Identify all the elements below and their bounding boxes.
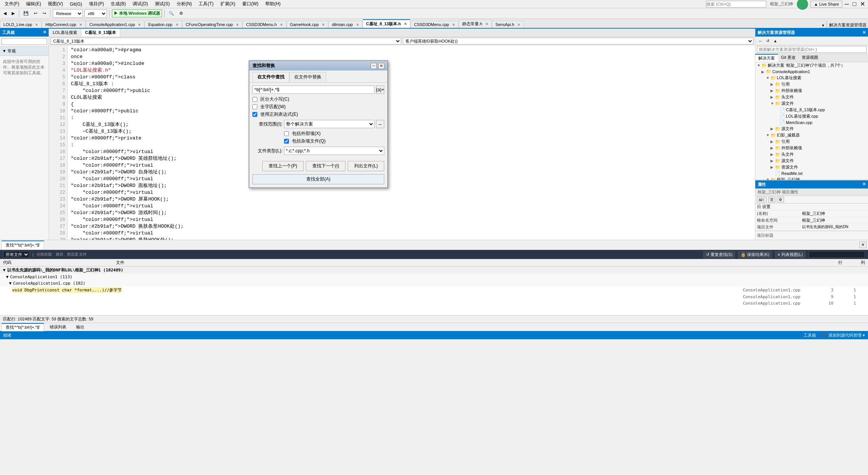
tab-static-const[interactable]: 静态常量.h ✕ [459, 20, 492, 28]
dialog-tab-replace[interactable]: 在文件中替换 [289, 72, 326, 82]
tab-close-sensapi[interactable]: ✕ [517, 23, 520, 27]
bottom-list-view-button[interactable]: ≡ 列表视图(L) [775, 251, 805, 258]
toolbar-forward[interactable]: ▶ [10, 10, 17, 17]
list-files-button[interactable]: 列出文件(L) [348, 161, 384, 171]
tree-item-4[interactable]: ▶📁外部依赖项 [755, 87, 868, 94]
tab-lold-line[interactable]: LOLD_Line.cpp ✕ [0, 21, 41, 28]
find-options-button[interactable]: (a)+ [376, 86, 384, 94]
result-item-3[interactable]: ConsoleApplication1.cpp 10 1 [0, 300, 868, 306]
search-box[interactable] [706, 1, 766, 8]
tab-close-cssd3dmenu-cpp[interactable]: ✕ [452, 23, 455, 27]
dialog-minimize-button[interactable]: ─ [371, 63, 377, 69]
scope-options-button[interactable]: – [376, 120, 384, 128]
bottom-save-results-button[interactable]: 🔒 保留结果(K) [738, 251, 772, 258]
tree-item-1[interactable]: ▶📁ConsoleApplication1 [755, 69, 868, 75]
menu-item-window[interactable]: 窗口(W) [239, 0, 261, 8]
tab-gamehook[interactable]: GameHook.cpp ✕ [287, 21, 328, 28]
tree-item-0[interactable]: ▼📁解决方案 '框架_三幻神'(7个项目，共7个） [755, 62, 868, 69]
se-tab-git[interactable]: Git 更改 [778, 54, 799, 62]
tree-item-18[interactable]: ▼📁框架_三幻神 [755, 176, 868, 180]
class-dropdown[interactable]: C基址_8_13版本 [50, 38, 401, 44]
tree-item-13[interactable]: ▶📁外部依赖项 [755, 145, 868, 151]
se-sync-button[interactable]: ↔ [757, 37, 764, 44]
menu-item-help[interactable]: 帮助(H) [262, 0, 284, 8]
solution-explorer-button[interactable]: 解决方案资源管理器 [828, 22, 868, 28]
code-tab-lol-search[interactable]: LOL基址搜索 [49, 29, 81, 37]
bottom-close-button[interactable]: ✕ [859, 242, 866, 248]
scope-dropdown[interactable]: 整个解决方案 [284, 120, 374, 128]
menu-item-view[interactable]: 视图(V) [45, 0, 66, 8]
menu-item-edit[interactable]: 编辑(E) [23, 0, 44, 8]
prop-category-button[interactable]: ☰ [768, 197, 775, 202]
se-tab-resource[interactable]: 资源视图 [799, 54, 821, 62]
include-external-checkbox[interactable] [284, 131, 289, 136]
tab-overflow-button[interactable]: ▾ [821, 23, 826, 28]
use-regex-checkbox[interactable] [252, 112, 257, 117]
tree-item-11[interactable]: ▼📁幻影_减载器 [755, 132, 868, 138]
tab-cfunc[interactable]: CFuncOperatingTime.cpp ✕ [182, 21, 243, 28]
tree-item-8[interactable]: 📄LOL基址搜索.cpp [755, 113, 868, 120]
prop-pages-button[interactable]: ⚙ [777, 197, 784, 202]
menu-item-file[interactable]: 文件(F) [2, 0, 22, 8]
result-item-2[interactable]: ConsoleApplication1.cpp 9 1 [0, 294, 868, 300]
tree-item-17[interactable]: 📄ReadMe.txt [755, 170, 868, 176]
dialog-close-button[interactable]: ✕ [378, 63, 384, 69]
tab-cssd3dmenu-h[interactable]: CSSD3DMenu.h ✕ [243, 21, 286, 28]
live-share-button[interactable]: ▲ Live Share [810, 1, 842, 8]
footer-tab-output[interactable]: 输出 [72, 323, 89, 331]
tree-item-12[interactable]: ▶📁引用 [755, 138, 868, 145]
tab-close-static-const[interactable]: ✕ [485, 22, 488, 26]
tab-dilmian[interactable]: dilmian.cpp ✕ [329, 21, 362, 28]
config-dropdown[interactable]: Release [53, 9, 83, 18]
tab-close-gamehook[interactable]: ✕ [322, 23, 325, 27]
tab-close-cfunc[interactable]: ✕ [236, 23, 239, 27]
find-all-button[interactable]: 查找全部(A) [252, 174, 384, 184]
se-search-input[interactable] [757, 46, 866, 53]
result-item-1[interactable]: void DbgPrint(const char *format,...)//参… [0, 287, 868, 294]
footer-tab-errors[interactable]: 错误列表 [46, 323, 70, 331]
tree-item-14[interactable]: ▶📁头文件 [755, 151, 868, 158]
find-prev-button[interactable]: 查找上一个(P) [262, 161, 304, 171]
tree-item-2[interactable]: ▼📁LOL基址搜索 [755, 75, 868, 81]
toolbar-undo[interactable]: ↩ [32, 10, 39, 17]
tab-close-lold-line[interactable]: ✕ [35, 23, 38, 27]
menu-item-test[interactable]: 测试(S) [152, 0, 173, 8]
toolbar-back[interactable]: ◀ [2, 10, 8, 17]
platform-dropdown[interactable]: x86 [84, 9, 107, 18]
find-input[interactable] [252, 86, 374, 94]
menu-item-build[interactable]: 生成(B) [108, 0, 129, 8]
run-button[interactable]: ▶ 本地 Windows 调试器 [112, 9, 162, 17]
prop-alphabetical-button[interactable]: az↕ [757, 197, 767, 202]
match-word-checkbox[interactable] [252, 104, 257, 109]
tab-close-httpconnect[interactable]: ✕ [79, 23, 82, 27]
include-misc-checkbox[interactable] [284, 139, 289, 144]
tab-cbase-h[interactable]: C基址_8_13版本.h ✕ [363, 19, 410, 28]
tree-item-10[interactable]: ▶📁源文件 [755, 126, 868, 132]
menu-item-git[interactable]: Git(G) [67, 1, 85, 8]
tab-close-cssd3dmenu-h[interactable]: ✕ [280, 23, 283, 27]
tree-item-9[interactable]: 📄MemScan.cpp [755, 120, 868, 126]
tab-close-equation[interactable]: ✕ [176, 23, 179, 27]
tab-close-cbase-h[interactable]: ✕ [404, 22, 407, 26]
bottom-search-input[interactable] [808, 251, 865, 258]
tree-item-6[interactable]: ▼📁源文件 [755, 100, 868, 107]
status-tools-tab[interactable]: 工具箱 [804, 332, 816, 338]
minimize-button[interactable]: ─ [843, 1, 850, 8]
tab-sensapi[interactable]: SensApi.h ✕ [492, 21, 524, 28]
tab-close-consoleapp1[interactable]: ✕ [138, 23, 141, 27]
toolbar-save-all[interactable]: 💾 [21, 10, 31, 17]
maximize-button[interactable]: □ [851, 1, 858, 8]
menu-item-debug[interactable]: 调试(D) [130, 0, 151, 8]
toolbar-redo[interactable]: ↪ [41, 10, 48, 17]
file-types-dropdown[interactable]: *.c;*.cpp;*.h [284, 147, 384, 155]
status-add-source[interactable]: ➕ 添加到源代码管理 ▾ [822, 332, 865, 338]
toolbar-settings[interactable]: ⚙ [177, 10, 185, 17]
tab-consoleapp1[interactable]: ConsoleApplication1.cpp ✕ [86, 21, 144, 28]
result-file-consoleapp1[interactable]: ▼ ConsoleApplication1.cpp (102) [0, 280, 868, 287]
tab-equation[interactable]: Equation.cpp ✕ [145, 21, 182, 28]
se-refresh-button[interactable]: ↺ [764, 37, 771, 44]
menu-item-analyze[interactable]: 分析(N) [174, 0, 195, 8]
menu-item-project[interactable]: 项目(P) [86, 0, 107, 8]
code-editor[interactable]: "color:#a000a0;">#pragma once"color:#a00… [68, 45, 755, 240]
se-tab-solution[interactable]: 解决方案 [755, 54, 778, 62]
